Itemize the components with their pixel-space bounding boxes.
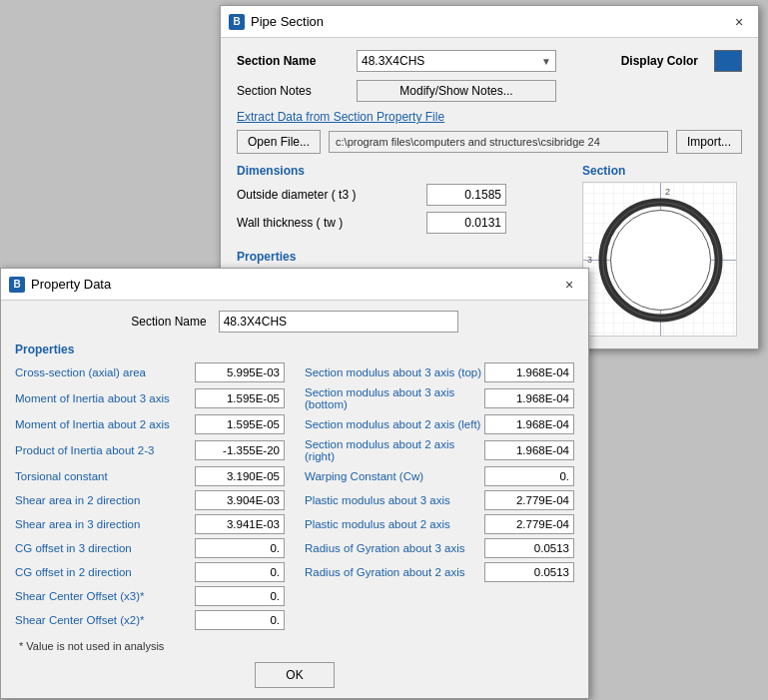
- pd-left-col-3: Product of Inertia about 2-3 -1.355E-20: [15, 438, 285, 462]
- pipe-section-title-bar: B Pipe Section ×: [221, 6, 758, 38]
- pd-ok-row: OK: [15, 662, 574, 688]
- pd-right-col-1: Section modulus about 3 axis (bottom) 1.…: [305, 386, 574, 410]
- pd-left-value-3: -1.355E-20: [195, 440, 285, 460]
- pipe-section-preview: Section 2: [582, 164, 742, 337]
- properties-header: Properties: [237, 250, 582, 264]
- pd-properties-grid: Cross-section (axial) area 5.995E-03 Sec…: [15, 362, 574, 634]
- svg-point-7: [611, 211, 711, 311]
- extract-data-link[interactable]: Extract Data from Section Property File: [237, 110, 742, 124]
- outside-diameter-input[interactable]: [426, 184, 506, 206]
- pd-left-value-2: 1.595E-05: [195, 414, 285, 434]
- pd-left-value-7: 0.: [195, 538, 285, 558]
- outside-diameter-row: Outside diameter ( t3 ): [237, 184, 582, 206]
- pd-left-label-2: Moment of Inertia about 2 axis: [15, 418, 195, 430]
- section-preview-svg: 2 3 A: [583, 183, 737, 337]
- pd-section-name-row: Section Name: [15, 311, 574, 333]
- pd-section-name-label: Section Name: [131, 315, 206, 329]
- pd-left-col-1: Moment of Inertia about 3 axis 1.595E-05: [15, 386, 285, 410]
- pd-footnote: * Value is not used in analysis: [19, 640, 574, 652]
- svg-text:3: 3: [587, 255, 592, 265]
- pd-left-col-6: Shear area in 3 direction 3.941E-03: [15, 514, 285, 534]
- section-name-dropdown[interactable]: 48.3X4CHS ▼: [357, 50, 556, 72]
- dropdown-arrow-icon: ▼: [541, 56, 551, 67]
- pd-left-col-5: Shear area in 2 direction 3.904E-03: [15, 490, 285, 510]
- section-notes-row: Section Notes Modify/Show Notes...: [237, 80, 742, 102]
- pd-left-label-9: Shear Center Offset (x3)*: [15, 590, 195, 602]
- pipe-window-close[interactable]: ×: [728, 11, 750, 33]
- pd-right-label-3: Section modulus about 2 axis (right): [305, 438, 484, 462]
- dimensions-header: Dimensions: [237, 164, 582, 178]
- pd-section-name-input[interactable]: [219, 311, 458, 333]
- pd-right-col-6: Plastic modulus about 2 axis 2.779E-04: [305, 514, 574, 534]
- title-bar-left: B Pipe Section: [229, 14, 324, 30]
- pd-left-value-4: 3.190E-05: [195, 466, 285, 486]
- section-name-label: Section Name: [237, 54, 357, 68]
- pd-left-label-6: Shear area in 3 direction: [15, 518, 195, 530]
- wall-thickness-input[interactable]: [426, 212, 506, 234]
- pd-left-label-5: Shear area in 2 direction: [15, 494, 195, 506]
- pd-left-label-4: Torsional constant: [15, 470, 195, 482]
- pd-right-col-3: Section modulus about 2 axis (right) 1.9…: [305, 438, 574, 462]
- pd-left-label-0: Cross-section (axial) area: [15, 366, 195, 378]
- pd-right-value-5: 2.779E-04: [484, 490, 574, 510]
- pd-right-col-8: Radius of Gyration about 2 axis 0.0513: [305, 562, 574, 582]
- pd-right-col-7: Radius of Gyration about 3 axis 0.0513: [305, 538, 574, 558]
- display-color-swatch[interactable]: [714, 50, 742, 72]
- import-button[interactable]: Import...: [676, 130, 742, 154]
- pipe-window-title: Pipe Section: [251, 14, 324, 29]
- pd-right-value-8: 0.0513: [484, 562, 574, 582]
- pd-window-icon: B: [9, 277, 25, 293]
- section-name-row: Section Name 48.3X4CHS ▼ Display Color: [237, 50, 742, 72]
- pd-right-label-0: Section modulus about 3 axis (top): [305, 366, 484, 378]
- pd-left-col-9: Shear Center Offset (x3)* 0.: [15, 586, 285, 606]
- pd-right-value-3: 1.968E-04: [484, 440, 574, 460]
- wall-thickness-label: Wall thickness ( tw ): [237, 216, 426, 230]
- property-data-title-bar: B Property Data ×: [1, 269, 588, 301]
- pd-right-label-6: Plastic modulus about 2 axis: [305, 518, 484, 530]
- pd-left-col-2: Moment of Inertia about 2 axis 1.595E-05: [15, 414, 285, 434]
- pd-content: Section Name Properties Cross-section (a…: [1, 301, 588, 698]
- pd-right-label-2: Section modulus about 2 axis (left): [305, 418, 484, 430]
- pd-right-col-9: [305, 586, 574, 606]
- display-color-label: Display Color: [621, 54, 698, 68]
- pd-left-col-7: CG offset in 3 direction 0.: [15, 538, 285, 558]
- pd-left-value-6: 3.941E-03: [195, 514, 285, 534]
- wall-thickness-row: Wall thickness ( tw ): [237, 212, 582, 234]
- pd-left-value-10: 0.: [195, 610, 285, 630]
- pd-right-col-0: Section modulus about 3 axis (top) 1.968…: [305, 362, 574, 382]
- pd-window-close[interactable]: ×: [558, 274, 580, 296]
- pd-title-bar-left: B Property Data: [9, 277, 111, 293]
- pd-right-col-4: Warping Constant (Cw) 0.: [305, 466, 574, 486]
- section-notes-label: Section Notes: [237, 84, 357, 98]
- pd-right-label-7: Radius of Gyration about 3 axis: [305, 542, 484, 554]
- pd-right-label-5: Plastic modulus about 3 axis: [305, 494, 484, 506]
- property-data-window: B Property Data × Section Name Propertie…: [0, 268, 589, 699]
- pd-left-label-8: CG offset in 2 direction: [15, 566, 195, 578]
- pipe-window-icon: B: [229, 14, 245, 30]
- pd-right-col-2: Section modulus about 2 axis (left) 1.96…: [305, 414, 574, 434]
- pd-left-label-7: CG offset in 3 direction: [15, 542, 195, 554]
- pd-left-value-1: 1.595E-05: [195, 388, 285, 408]
- pd-left-value-9: 0.: [195, 586, 285, 606]
- pd-left-col-0: Cross-section (axial) area 5.995E-03: [15, 362, 285, 382]
- ok-button[interactable]: OK: [255, 662, 335, 688]
- outside-diameter-label: Outside diameter ( t3 ): [237, 188, 426, 202]
- section-name-input-group: 48.3X4CHS ▼ Display Color: [357, 50, 742, 72]
- pd-left-label-10: Shear Center Offset (x2)*: [15, 614, 195, 626]
- pd-left-col-4: Torsional constant 3.190E-05: [15, 466, 285, 486]
- pd-right-value-6: 2.779E-04: [484, 514, 574, 534]
- pd-left-label-3: Product of Inertia about 2-3: [15, 444, 195, 456]
- section-preview-box: 2 3 A: [582, 182, 737, 337]
- pd-right-label-4: Warping Constant (Cw): [305, 470, 484, 482]
- open-file-button[interactable]: Open File...: [237, 130, 321, 154]
- pd-left-value-8: 0.: [195, 562, 285, 582]
- pd-left-col-10: Shear Center Offset (x2)* 0.: [15, 610, 285, 630]
- pd-left-label-1: Moment of Inertia about 3 axis: [15, 392, 195, 404]
- section-preview-header: Section: [582, 164, 742, 178]
- svg-text:2: 2: [665, 187, 670, 197]
- section-name-value: 48.3X4CHS: [362, 54, 424, 68]
- pd-right-value-1: 1.968E-04: [484, 388, 574, 408]
- pd-right-value-7: 0.0513: [484, 538, 574, 558]
- pd-right-value-0: 1.968E-04: [484, 362, 574, 382]
- modify-notes-button[interactable]: Modify/Show Notes...: [357, 80, 556, 102]
